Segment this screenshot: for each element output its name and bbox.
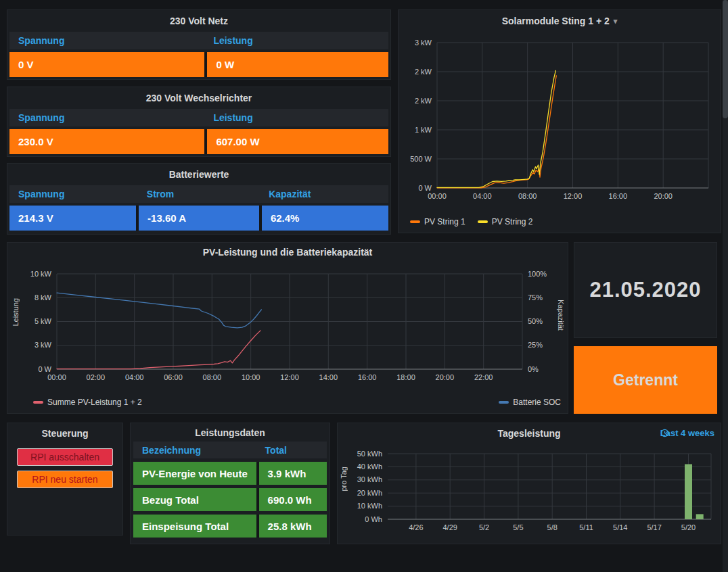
svg-text:10:00: 10:00 bbox=[242, 373, 260, 381]
rpi-neu-starten-button[interactable]: RPI neu starten bbox=[17, 471, 113, 488]
legend-item-batterie-soc[interactable]: Batterie SOC bbox=[499, 398, 561, 407]
svg-text:25%: 25% bbox=[528, 341, 543, 349]
svg-text:4/26: 4/26 bbox=[409, 523, 423, 531]
panel-title-wechselrichter[interactable]: 230 Volt Wechselrichter bbox=[7, 87, 390, 109]
svg-text:00:00: 00:00 bbox=[47, 373, 66, 381]
svg-text:16:00: 16:00 bbox=[609, 192, 628, 200]
panel-230v-wechselrichter: 230 Volt Wechselrichter Spannung Leistun… bbox=[7, 87, 391, 157]
panel-title-pv-leistung[interactable]: PV-Leistung und die Batteriekapazität bbox=[7, 243, 568, 262]
panel-title-text: PV-Leistung und die Batteriekapazität bbox=[203, 247, 373, 258]
svg-text:0%: 0% bbox=[528, 365, 539, 373]
svg-text:5/14: 5/14 bbox=[613, 523, 627, 531]
svg-text:40 kWh: 40 kWh bbox=[357, 462, 382, 471]
col-header-wr-spannung[interactable]: Spannung bbox=[9, 109, 204, 126]
legend-chip-icon bbox=[410, 220, 420, 223]
cell-einspeisung-total: Einspeisung Total bbox=[133, 515, 256, 538]
col-header-total[interactable]: Total bbox=[256, 442, 327, 458]
svg-text:5/20: 5/20 bbox=[681, 523, 696, 531]
svg-text:3 kW: 3 kW bbox=[415, 39, 432, 47]
svg-text:10 kW: 10 kW bbox=[30, 270, 52, 278]
panel-title-solarmodule[interactable]: Solarmodule Sting 1 + 2 ▾ bbox=[399, 10, 721, 32]
panel-title-text: 230 Volt Wechselrichter bbox=[146, 93, 252, 103]
value-netz-spannung: 0 V bbox=[9, 52, 204, 77]
panel-datum: 21.05.2020 bbox=[574, 242, 717, 338]
svg-text:02:00: 02:00 bbox=[87, 373, 106, 381]
svg-text:08:00: 08:00 bbox=[518, 192, 537, 200]
panel-title-batteriewerte[interactable]: Batteriewerte bbox=[7, 164, 390, 185]
getrennt-button[interactable]: Getrennt bbox=[574, 346, 717, 414]
col-header-netz-leistung[interactable]: Leistung bbox=[204, 32, 388, 49]
clock-icon bbox=[660, 429, 669, 437]
legend-item-pv-string-2[interactable]: PV String 2 bbox=[478, 217, 533, 227]
panel-tagesleistung: Tagesleistung Last 4 weeks pro Tag 0 Wh1… bbox=[337, 423, 721, 544]
svg-text:20:00: 20:00 bbox=[654, 192, 673, 200]
svg-text:2 kW: 2 kW bbox=[415, 68, 432, 76]
panel-steuerung: Steuerung RPI ausschalten RPI neu starte… bbox=[7, 423, 123, 535]
pv-leistung-chart[interactable]: 0 W3 kW5 kW8 kW10 kW0%25%50%75%100%00:00… bbox=[7, 262, 568, 391]
legend-chip-icon bbox=[33, 401, 43, 404]
svg-text:1 kW: 1 kW bbox=[415, 126, 432, 134]
time-range-picker[interactable]: Last 4 weeks bbox=[660, 428, 714, 438]
netz-value-row: 0 V 0 W bbox=[9, 52, 388, 77]
legend-label: Batterie SOC bbox=[513, 398, 561, 407]
svg-text:16:00: 16:00 bbox=[358, 373, 377, 381]
cell-bezug-total: Bezug Total bbox=[133, 488, 256, 511]
value-bat-strom: -13.60 A bbox=[139, 206, 259, 231]
legend-chip-icon bbox=[478, 220, 488, 223]
cell-pv-energie-heute-total: 3.9 kWh bbox=[259, 462, 327, 485]
rpi-ausschalten-button[interactable]: RPI ausschalten bbox=[17, 448, 113, 466]
col-header-bat-spannung[interactable]: Spannung bbox=[9, 185, 138, 203]
svg-text:5/11: 5/11 bbox=[579, 523, 593, 531]
svg-text:4/29: 4/29 bbox=[442, 523, 457, 531]
col-header-bezeichnung[interactable]: Bezeichnung bbox=[133, 442, 256, 458]
batterie-value-row: 214.3 V -13.60 A 62.4% bbox=[9, 206, 388, 231]
value-wr-spannung: 230.0 V bbox=[9, 129, 204, 154]
value-netz-leistung: 0 W bbox=[207, 52, 388, 77]
svg-text:06:00: 06:00 bbox=[164, 373, 183, 381]
svg-text:8 kW: 8 kW bbox=[35, 293, 52, 302]
legend-label: PV String 2 bbox=[492, 217, 533, 227]
svg-text:22:00: 22:00 bbox=[474, 373, 493, 381]
legend-item-summe-pv-leistung[interactable]: Summe PV-Leistung 1 + 2 bbox=[33, 398, 142, 407]
batterie-header-row: Spannung Strom Kapazität bbox=[9, 185, 388, 203]
panel-solarmodule: Solarmodule Sting 1 + 2 ▾ 0 W500 W1 kW2 … bbox=[398, 9, 721, 233]
legend-item-pv-string-1[interactable]: PV String 1 bbox=[410, 217, 465, 227]
leistungsdaten-header-row: Bezeichnung Total bbox=[133, 442, 327, 458]
solarmodule-chart[interactable]: 0 W500 W1 kW2 kW2 kW3 kW00:0004:0008:001… bbox=[399, 30, 721, 211]
col-header-netz-spannung[interactable]: Spannung bbox=[9, 32, 204, 49]
table-row: PV-Energie von Heute 3.9 kWh bbox=[133, 462, 327, 485]
svg-text:20 kWh: 20 kWh bbox=[357, 489, 382, 497]
wechselrichter-header-row: Spannung Leistung bbox=[9, 109, 388, 126]
panel-title-text: Steuerung bbox=[41, 428, 88, 439]
legend-chip-icon bbox=[499, 401, 509, 404]
solarmodule-legend: PV String 1 PV String 2 bbox=[410, 217, 532, 227]
svg-text:08:00: 08:00 bbox=[203, 373, 222, 381]
chevron-down-icon: ▾ bbox=[614, 18, 618, 25]
scrollbar-track bbox=[723, 0, 728, 572]
svg-text:50%: 50% bbox=[528, 317, 543, 325]
scrollbar-thumb[interactable] bbox=[723, 0, 728, 118]
svg-text:5/17: 5/17 bbox=[647, 523, 661, 531]
cell-pv-energie-heute: PV-Energie von Heute bbox=[133, 462, 256, 485]
svg-text:0 Wh: 0 Wh bbox=[365, 515, 382, 523]
panel-title-leistungsdaten[interactable]: Leistungsdaten bbox=[131, 423, 329, 442]
svg-text:2 kW: 2 kW bbox=[415, 97, 432, 105]
col-header-bat-strom[interactable]: Strom bbox=[138, 185, 260, 203]
svg-text:75%: 75% bbox=[528, 293, 543, 302]
panel-title-steuerung[interactable]: Steuerung bbox=[7, 423, 122, 444]
panel-title-netz[interactable]: 230 Volt Netz bbox=[7, 10, 390, 32]
svg-text:3 kW: 3 kW bbox=[35, 341, 52, 349]
svg-text:14:00: 14:00 bbox=[319, 373, 338, 381]
value-wr-leistung: 607.00 W bbox=[207, 129, 388, 154]
panel-title-text: Tagesleistung bbox=[497, 428, 560, 439]
tagesleistung-chart[interactable]: 0 Wh10 kWh20 kWh30 kWh40 kWh50 kWh4/264/… bbox=[338, 441, 721, 545]
svg-text:5/8: 5/8 bbox=[547, 523, 558, 531]
svg-text:500 W: 500 W bbox=[410, 155, 432, 163]
current-date: 21.05.2020 bbox=[589, 278, 701, 302]
table-row: Einspeisung Total 25.8 kWh bbox=[133, 515, 327, 538]
col-header-bat-kapazitaet[interactable]: Kapazität bbox=[260, 185, 388, 203]
svg-text:0 W: 0 W bbox=[418, 184, 432, 192]
panel-title-text: Solarmodule Sting 1 + 2 bbox=[502, 16, 610, 26]
col-header-wr-leistung[interactable]: Leistung bbox=[204, 109, 388, 126]
svg-text:00:00: 00:00 bbox=[428, 192, 447, 200]
